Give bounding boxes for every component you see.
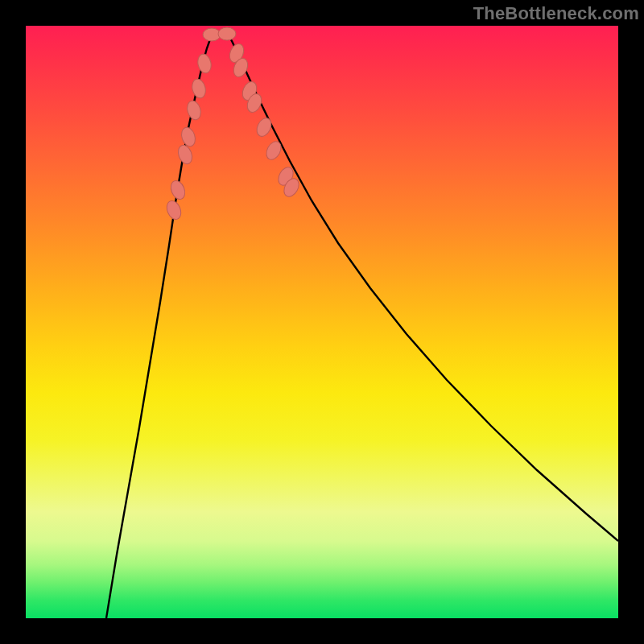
bead-left-5	[190, 77, 207, 99]
right-curve	[227, 32, 618, 541]
bead-left-1	[168, 179, 188, 201]
bead-right-4	[254, 116, 275, 139]
bead-left-2	[175, 143, 194, 166]
bead-left-3	[180, 126, 198, 148]
left-curve	[106, 37, 211, 618]
curve-group	[106, 32, 618, 618]
bead-bottom-1	[218, 27, 236, 40]
beads-group	[164, 27, 302, 221]
bead-left-4	[185, 99, 203, 121]
chart-svg	[26, 26, 618, 618]
bead-left-6	[196, 53, 213, 75]
bead-left-0	[164, 199, 184, 221]
watermark-text: TheBottleneck.com	[473, 3, 639, 24]
chart-frame: TheBottleneck.com	[0, 0, 644, 644]
plot-area	[26, 26, 618, 618]
